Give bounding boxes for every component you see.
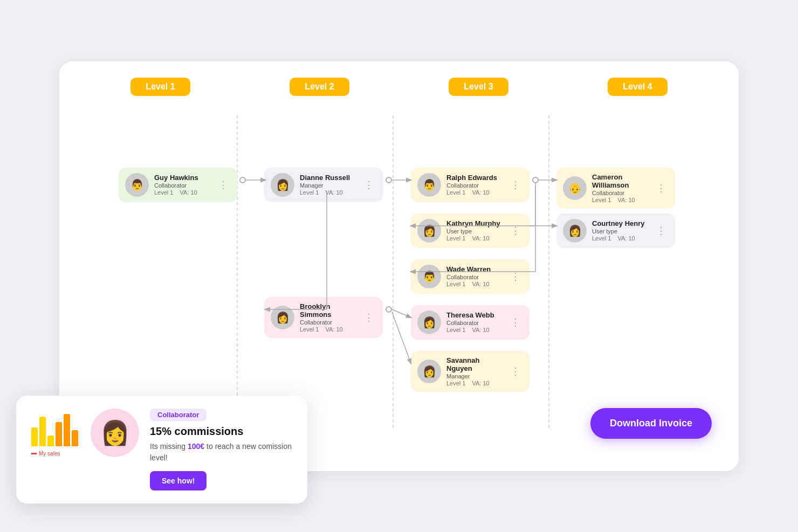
bar-4 [56,422,62,446]
node-cameron[interactable]: 👴 Cameron Williamson Collaborator Level … [556,168,675,209]
role-theresa: Collaborator [446,320,503,326]
chart-bars [31,409,80,446]
name-wade: Wade Warren [446,265,503,273]
role-cameron: Collaborator [592,190,649,196]
dots-cameron[interactable]: ⋮ [654,181,669,195]
role-ralph: Collaborator [446,182,503,189]
bar-6 [72,430,78,446]
dots-kathryn[interactable]: ⋮ [508,224,523,238]
node-ralph[interactable]: 👨 Ralph Edwards Collaborator Level 1 VA:… [411,168,529,202]
popup-desc-before: Its missing [150,442,188,451]
name-theresa: Theresa Webb [446,311,503,319]
mini-chart: My sales [31,409,80,457]
bar-2 [39,417,46,446]
va-brooklyn: VA: 10 [325,326,342,333]
role-kathryn: User type [446,228,503,234]
download-invoice-button[interactable]: Download Invoice [590,408,712,439]
level-1-badge: Level 1 [130,78,190,96]
node-brooklyn[interactable]: 👩 Brooklyn Simmons Collaborator Level 1 … [264,297,383,338]
svg-line-15 [392,312,411,363]
dots-wade[interactable]: ⋮ [508,270,523,284]
name-cameron: Cameron Williamson [592,173,649,189]
role-savannah: Manager [446,373,503,379]
bar-3 [47,436,54,446]
va-dianne: VA: 10 [325,189,342,196]
node-guy[interactable]: 👨 Guy Hawkins Collaborator Level 1 VA: 1… [119,168,237,202]
level-brooklyn: Level 1 [300,326,319,333]
dots-courtney[interactable]: ⋮ [654,224,669,238]
legend-label: My sales [39,451,60,457]
va-theresa: VA: 10 [472,327,489,333]
node-courtney[interactable]: 👩 Courtney Henry User type Level 1 VA: 1… [556,213,675,248]
avatar-guy: 👨 [125,173,149,197]
avatar-dianne: 👩 [271,173,294,197]
va-savannah: VA: 10 [472,380,489,386]
bar-5 [64,414,70,446]
va-guy: VA: 10 [180,189,197,196]
popup-avatar: 👩 [91,409,139,457]
node-savannah[interactable]: 👩 Savannah Nguyen Manager Level 1 VA: 10… [411,351,529,392]
va-kathryn: VA: 10 [472,235,489,241]
popup-desc: Its missing 100€ to reach a new comissio… [150,441,292,464]
dots-theresa[interactable]: ⋮ [508,315,523,329]
avatar-theresa: 👩 [417,310,441,334]
name-brooklyn: Brooklyn Simmons [300,302,356,319]
svg-point-0 [240,177,245,183]
avatar-brooklyn: 👩 [271,306,294,329]
connectors-svg [81,115,717,428]
level-2-badge: Level 2 [290,78,349,96]
va-courtney: VA: 10 [617,235,635,241]
level-theresa: Level 1 [446,327,465,333]
level-ralph: Level 1 [446,189,465,196]
see-how-button[interactable]: See how! [150,471,207,490]
level-kathryn: Level 1 [446,235,465,241]
dots-savannah[interactable]: ⋮ [508,364,523,378]
avatar-wade: 👨 [417,265,441,288]
node-wade[interactable]: 👨 Wade Warren Collaborator Level 1 VA: 1… [411,259,529,294]
svg-point-4 [533,177,538,183]
main-card: Level 1 Level 2 Level 3 Level 4 [59,61,739,471]
node-dianne[interactable]: 👩 Dianne Russell Manager Level 1 VA: 10 … [264,168,383,202]
name-dianne: Dianne Russell [300,174,356,182]
popup-card: My sales 👩 Collaborator 15% commissions … [16,396,307,503]
role-wade: Collaborator [446,274,503,280]
level-cameron: Level 1 [592,197,611,203]
popup-badge: Collaborator [150,409,207,421]
node-kathryn[interactable]: 👩 Kathryn Murphy User type Level 1 VA: 1… [411,213,529,248]
level-savannah: Level 1 [446,380,465,386]
avatar-savannah: 👩 [417,360,441,383]
name-courtney: Courtney Henry [592,219,649,227]
dots-ralph[interactable]: ⋮ [508,178,523,192]
avatar-ralph: 👨 [417,173,441,197]
va-cameron: VA: 10 [617,197,635,203]
avatar-kathryn: 👩 [417,219,441,243]
avatar-cameron: 👴 [563,176,587,200]
level-3-badge: Level 3 [449,78,508,96]
role-brooklyn: Collaborator [300,319,356,326]
level-dianne: Level 1 [300,189,319,196]
dots-guy[interactable]: ⋮ [216,178,231,192]
node-theresa[interactable]: 👩 Theresa Webb Collaborator Level 1 VA: … [411,305,529,340]
name-ralph: Ralph Edwards [446,174,503,182]
name-savannah: Savannah Nguyen [446,356,503,372]
chart-legend: My sales [31,451,80,457]
avatar-courtney: 👩 [563,219,587,243]
dots-brooklyn[interactable]: ⋮ [362,310,376,324]
bar-1 [31,427,38,446]
popup-title: 15% commissions [150,425,292,438]
svg-point-13 [386,307,391,312]
role-guy: Collaborator [154,182,211,189]
name-guy: Guy Hawkins [154,174,211,182]
dots-dianne[interactable]: ⋮ [362,178,376,192]
level-guy: Level 1 [154,189,173,196]
svg-line-14 [392,309,411,317]
level-courtney: Level 1 [592,235,611,241]
legend-line [31,453,37,454]
popup-highlight: 100€ [188,442,204,451]
svg-point-2 [386,177,391,183]
va-wade: VA: 10 [472,281,489,287]
level-wade: Level 1 [446,281,465,287]
va-ralph: VA: 10 [472,189,489,196]
name-kathryn: Kathryn Murphy [446,219,503,227]
role-courtney: User type [592,228,649,234]
